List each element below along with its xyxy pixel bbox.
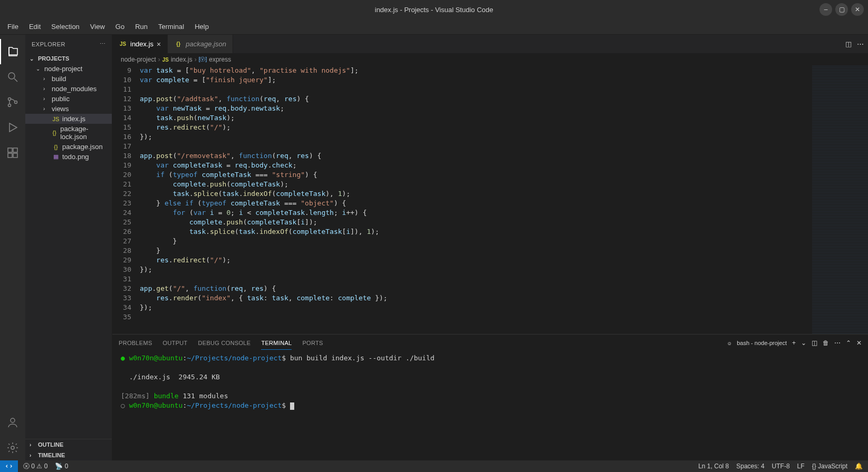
tab-package-json[interactable]: {}package.json	[168, 35, 233, 53]
cursor-position[interactable]: Ln 1, Col 8	[698, 463, 729, 470]
terminal-shell-label[interactable]: bash - node-project	[737, 340, 787, 346]
menu-view[interactable]: View	[85, 21, 110, 33]
tree-root[interactable]: ⌄node-project	[25, 64, 112, 74]
sidebar: EXPLORER ⋯ ⌄ PROJECTS ⌄node-project›buil…	[25, 35, 112, 460]
line-numbers: 9101112131415161718192021222324252627282…	[112, 66, 140, 334]
panel-tabs: PROBLEMSOUTPUTDEBUG CONSOLETERMINALPORTS…	[112, 335, 868, 351]
file-tree: ⌄node-project›build›node_modules›public›…	[25, 64, 112, 439]
titlebar: index.js - Projects - Visual Studio Code…	[0, 0, 868, 19]
tree-folder-public[interactable]: ›public	[25, 94, 112, 104]
explorer-icon[interactable]	[0, 39, 25, 64]
search-icon[interactable]	[0, 64, 25, 90]
remote-button[interactable]	[0, 460, 18, 472]
menu-terminal[interactable]: Terminal	[153, 21, 189, 33]
new-terminal-icon[interactable]: +	[792, 339, 796, 347]
maximize-button[interactable]: ▢	[835, 3, 848, 16]
breadcrumb-part[interactable]: node-project	[121, 56, 156, 63]
chevron-right-icon: ›	[30, 442, 36, 448]
chevron-right-icon: ›	[158, 56, 160, 63]
menu-go[interactable]: Go	[110, 21, 130, 33]
breadcrumb-part[interactable]: index.js	[171, 56, 192, 63]
statusbar: ⓧ 0 ⚠ 0 📡 0 Ln 1, Col 8 Spaces: 4 UTF-8 …	[0, 460, 868, 472]
language-mode[interactable]: {} JavaScript	[812, 463, 847, 470]
timeline-section[interactable]: › TIMELINE	[25, 450, 112, 460]
settings-gear-icon[interactable]	[0, 435, 25, 460]
close-button[interactable]: ✕	[851, 3, 864, 16]
code-content[interactable]: var task = ["buy hotreload", "practise w…	[140, 66, 810, 334]
tree-file-todo-png[interactable]: ▦todo.png	[25, 152, 112, 162]
indentation-status[interactable]: Spaces: 4	[736, 463, 764, 470]
maximize-panel-icon[interactable]: ⌃	[846, 339, 851, 347]
panel-tab-terminal[interactable]: TERMINAL	[261, 337, 292, 350]
menubar: FileEditSelectionViewGoRunTerminalHelp	[0, 19, 868, 35]
close-tab-icon[interactable]: ×	[157, 40, 161, 48]
tree-folder-node_modules[interactable]: ›node_modules	[25, 84, 112, 94]
project-section[interactable]: ⌄ PROJECTS	[25, 53, 112, 64]
close-panel-icon[interactable]: ✕	[856, 339, 862, 347]
encoding-status[interactable]: UTF-8	[772, 463, 790, 470]
more-actions-icon[interactable]: ⋯	[857, 40, 864, 48]
svg-point-3	[8, 104, 11, 107]
svg-rect-7	[13, 148, 17, 152]
tree-folder-build[interactable]: ›build	[25, 74, 112, 84]
window-title: index.js - Projects - Visual Studio Code	[375, 6, 493, 14]
source-control-icon[interactable]	[0, 90, 25, 115]
menu-edit[interactable]: Edit	[24, 21, 46, 33]
split-terminal-icon[interactable]: ◫	[812, 339, 817, 347]
sidebar-title: EXPLORER	[32, 41, 65, 47]
symbol-icon: [ⓥ]	[199, 56, 207, 63]
svg-marker-5	[9, 123, 17, 132]
menu-selection[interactable]: Selection	[46, 21, 84, 33]
code-editor[interactable]: 9101112131415161718192021222324252627282…	[112, 66, 868, 334]
kill-terminal-icon[interactable]: 🗑	[823, 339, 829, 347]
chevron-right-icon: ›	[30, 453, 36, 458]
svg-point-4	[15, 101, 17, 104]
accounts-icon[interactable]	[0, 410, 25, 435]
panel-tab-debug-console[interactable]: DEBUG CONSOLE	[198, 337, 251, 349]
svg-line-1	[14, 78, 17, 82]
errors-status[interactable]: ⓧ 0 ⚠ 0	[23, 462, 47, 471]
svg-rect-6	[8, 148, 12, 152]
editor-tabs: JSindex.js×{}package.json ◫ ⋯	[112, 35, 868, 53]
js-file-icon: JS	[162, 57, 169, 63]
more-terminal-icon[interactable]: ⋯	[834, 339, 841, 347]
breadcrumbs[interactable]: node-project › JS index.js › [ⓥ] express	[112, 53, 868, 66]
tree-folder-views[interactable]: ›views	[25, 104, 112, 114]
tree-file-package-lock-json[interactable]: {}package-lock.json	[25, 124, 112, 142]
tree-file-index-js[interactable]: JSindex.js	[25, 114, 112, 124]
sidebar-more-icon[interactable]: ⋯	[100, 41, 106, 47]
notifications-icon[interactable]: 🔔	[855, 463, 863, 470]
outline-section[interactable]: › OUTLINE	[25, 439, 112, 450]
terminal-dropdown-icon[interactable]: ⌄	[801, 339, 806, 347]
menu-run[interactable]: Run	[130, 21, 153, 33]
svg-rect-8	[8, 153, 12, 158]
svg-point-0	[8, 73, 15, 79]
eol-status[interactable]: LF	[797, 463, 805, 470]
minimize-button[interactable]: –	[819, 3, 832, 16]
run-debug-icon[interactable]	[0, 115, 25, 140]
panel-tab-ports[interactable]: PORTS	[302, 337, 323, 349]
activity-bar	[0, 35, 25, 460]
terminal-shell-icon[interactable]: ⌾	[728, 340, 731, 346]
menu-help[interactable]: Help	[189, 21, 214, 33]
svg-point-2	[8, 98, 11, 101]
minimap[interactable]	[810, 66, 868, 334]
split-editor-icon[interactable]: ◫	[845, 40, 852, 48]
chevron-down-icon: ⌄	[30, 56, 36, 62]
svg-rect-9	[13, 153, 17, 158]
tab-index-js[interactable]: JSindex.js×	[112, 35, 168, 53]
panel-tab-problems[interactable]: PROBLEMS	[119, 337, 152, 349]
breadcrumb-part[interactable]: express	[209, 56, 231, 63]
bottom-panel: PROBLEMSOUTPUTDEBUG CONSOLETERMINALPORTS…	[112, 334, 868, 460]
tree-file-package-json[interactable]: {}package.json	[25, 142, 112, 152]
ports-status[interactable]: 📡 0	[55, 463, 68, 470]
panel-tab-output[interactable]: OUTPUT	[163, 337, 188, 349]
extensions-icon[interactable]	[0, 140, 25, 165]
svg-point-10	[11, 418, 15, 422]
svg-point-11	[11, 446, 14, 449]
terminal-output[interactable]: ● w0n70n@ubuntu:~/Projects/node-project$…	[112, 351, 868, 460]
chevron-right-icon: ›	[195, 56, 197, 63]
menu-file[interactable]: File	[2, 21, 24, 33]
